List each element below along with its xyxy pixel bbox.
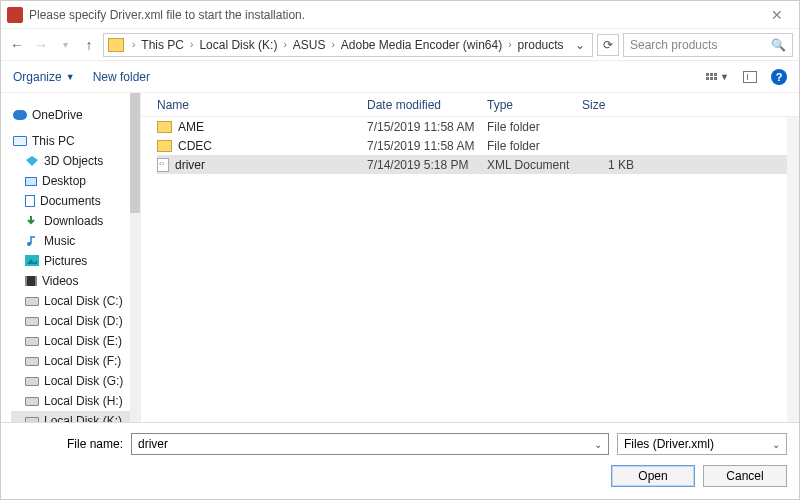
filename-value: driver — [138, 437, 168, 451]
recent-dropdown[interactable]: ▾ — [55, 35, 75, 55]
nav-scroll-thumb[interactable] — [130, 93, 140, 213]
file-row[interactable]: AME 7/15/2019 11:58 AM File folder — [157, 117, 799, 136]
nav-3d-objects[interactable]: 3D Objects — [11, 151, 136, 171]
help-button[interactable]: ? — [771, 69, 787, 85]
file-open-dialog: Please specify Driver.xml file to start … — [0, 0, 800, 500]
content-scrollbar[interactable] — [787, 117, 799, 422]
titlebar: Please specify Driver.xml file to start … — [1, 1, 799, 29]
file-row-selected[interactable]: driver 7/14/2019 5:18 PM XML Document 1 … — [157, 155, 799, 174]
file-size: 1 KB — [582, 158, 642, 172]
chevron-down-icon: ⌄ — [594, 439, 602, 450]
breadcrumb-item[interactable]: Adobe Media Encoder (win64) — [339, 38, 504, 52]
breadcrumb-item[interactable]: products — [516, 38, 566, 52]
breadcrumb-dropdown[interactable]: ⌄ — [572, 38, 588, 52]
forward-button[interactable]: → — [31, 35, 51, 55]
drive-icon — [25, 417, 39, 423]
file-name: CDEC — [178, 139, 212, 153]
column-headers: Name Date modified Type Size — [141, 93, 799, 117]
nav-drive-d[interactable]: Local Disk (D:) — [11, 311, 136, 331]
view-mode-button[interactable]: ▼ — [706, 72, 729, 82]
drive-icon — [25, 337, 39, 346]
address-bar-row: ← → ▾ ↑ › This PC › Local Disk (K:) › AS… — [1, 29, 799, 61]
nav-thispc[interactable]: This PC — [11, 131, 136, 151]
file-name: driver — [175, 158, 205, 172]
file-row[interactable]: CDEC 7/15/2019 11:58 AM File folder — [157, 136, 799, 155]
back-button[interactable]: ← — [7, 35, 27, 55]
window-title: Please specify Driver.xml file to start … — [29, 8, 761, 22]
nav-drive-k[interactable]: Local Disk (K:) — [11, 411, 136, 422]
chevron-right-icon: › — [329, 39, 336, 50]
music-icon — [25, 235, 39, 247]
open-button[interactable]: Open — [611, 465, 695, 487]
svg-marker-0 — [26, 156, 38, 166]
nav-drive-h[interactable]: Local Disk (H:) — [11, 391, 136, 411]
file-date: 7/15/2019 11:58 AM — [367, 139, 487, 153]
nav-drive-c[interactable]: Local Disk (C:) — [11, 291, 136, 311]
col-type[interactable]: Type — [487, 98, 582, 112]
nav-label: OneDrive — [32, 108, 83, 122]
nav-videos[interactable]: Videos — [11, 271, 136, 291]
chevron-right-icon: › — [130, 39, 137, 50]
col-name[interactable]: Name — [157, 98, 367, 112]
new-folder-button[interactable]: New folder — [93, 70, 150, 84]
nav-label: Documents — [40, 194, 101, 208]
nav-documents[interactable]: Documents — [11, 191, 136, 211]
file-type: File folder — [487, 120, 582, 134]
file-type: File folder — [487, 139, 582, 153]
breadcrumb-bar[interactable]: › This PC › Local Disk (K:) › ASUS › Ado… — [103, 33, 593, 57]
refresh-button[interactable]: ⟳ — [597, 34, 619, 56]
search-input[interactable]: Search products 🔍 — [623, 33, 793, 57]
nav-music[interactable]: Music — [11, 231, 136, 251]
documents-icon — [25, 195, 35, 207]
chevron-right-icon: › — [188, 39, 195, 50]
nav-desktop[interactable]: Desktop — [11, 171, 136, 191]
nav-onedrive[interactable]: OneDrive — [11, 105, 136, 125]
organize-menu[interactable]: Organize ▼ — [13, 70, 75, 84]
chevron-down-icon: ⌄ — [772, 439, 780, 450]
nav-drive-e[interactable]: Local Disk (E:) — [11, 331, 136, 351]
navigation-pane: OneDrive This PC 3D Objects Desktop Docu… — [1, 93, 141, 422]
folder-icon — [157, 121, 172, 133]
nav-drive-g[interactable]: Local Disk (G:) — [11, 371, 136, 391]
nav-label: Desktop — [42, 174, 86, 188]
nav-label: Local Disk (G:) — [44, 374, 123, 388]
nav-label: Local Disk (D:) — [44, 314, 123, 328]
file-date: 7/14/2019 5:18 PM — [367, 158, 487, 172]
toolbar: Organize ▼ New folder ▼ ? — [1, 61, 799, 93]
drive-icon — [25, 317, 39, 326]
chevron-down-icon: ▼ — [66, 72, 75, 82]
breadcrumb-item[interactable]: This PC — [139, 38, 186, 52]
file-type-filter[interactable]: Files (Driver.xml) ⌄ — [617, 433, 787, 455]
file-list: AME 7/15/2019 11:58 AM File folder CDEC … — [141, 117, 799, 422]
search-placeholder: Search products — [630, 38, 717, 52]
nav-label: Local Disk (C:) — [44, 294, 123, 308]
file-list-pane: Name Date modified Type Size AME 7/15/20… — [141, 93, 799, 422]
up-button[interactable]: ↑ — [79, 35, 99, 55]
nav-label: This PC — [32, 134, 75, 148]
filename-input[interactable]: driver ⌄ — [131, 433, 609, 455]
col-date[interactable]: Date modified — [367, 98, 487, 112]
close-button[interactable]: ✕ — [761, 7, 793, 23]
videos-icon — [25, 276, 37, 286]
chevron-right-icon: › — [506, 39, 513, 50]
drive-icon — [25, 297, 39, 306]
view-grid-icon — [706, 73, 717, 80]
file-name: AME — [178, 120, 204, 134]
preview-pane-button[interactable] — [743, 71, 757, 83]
nav-pictures[interactable]: Pictures — [11, 251, 136, 271]
nav-label: Local Disk (F:) — [44, 354, 121, 368]
footer: File name: driver ⌄ Files (Driver.xml) ⌄… — [1, 422, 799, 499]
pc-icon — [13, 136, 27, 146]
drive-icon — [25, 357, 39, 366]
nav-label: 3D Objects — [44, 154, 103, 168]
drive-icon — [25, 377, 39, 386]
breadcrumb-item[interactable]: Local Disk (K:) — [197, 38, 279, 52]
breadcrumb-item[interactable]: ASUS — [291, 38, 328, 52]
col-size[interactable]: Size — [582, 98, 642, 112]
nav-drive-f[interactable]: Local Disk (F:) — [11, 351, 136, 371]
file-date: 7/15/2019 11:58 AM — [367, 120, 487, 134]
cancel-button[interactable]: Cancel — [703, 465, 787, 487]
nav-label: Pictures — [44, 254, 87, 268]
nav-downloads[interactable]: Downloads — [11, 211, 136, 231]
chevron-down-icon: ▼ — [720, 72, 729, 82]
